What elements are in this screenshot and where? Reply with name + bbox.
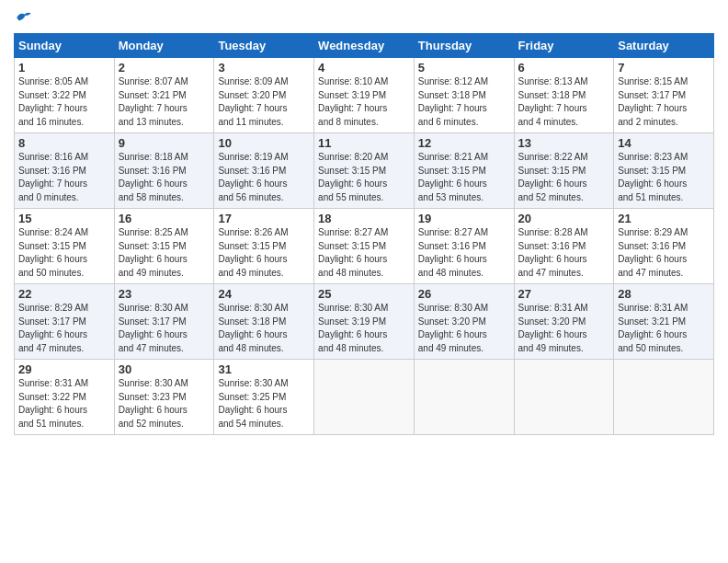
header — [14, 9, 714, 26]
day-info: Sunrise: 8:16 AM Sunset: 3:16 PM Dayligh… — [18, 151, 110, 204]
day-info: Sunrise: 8:09 AM Sunset: 3:20 PM Dayligh… — [218, 75, 310, 129]
calendar-cell: 17Sunrise: 8:26 AM Sunset: 3:15 PM Dayli… — [214, 209, 314, 284]
day-info: Sunrise: 8:22 AM Sunset: 3:15 PM Dayligh… — [518, 151, 610, 204]
day-header: Monday — [114, 34, 214, 58]
calendar-week-row: 29Sunrise: 8:31 AM Sunset: 3:22 PM Dayli… — [15, 360, 714, 435]
day-number: 31 — [218, 362, 310, 376]
day-info: Sunrise: 8:26 AM Sunset: 3:15 PM Dayligh… — [218, 226, 310, 280]
day-number: 13 — [518, 136, 610, 150]
calendar-cell: 21Sunrise: 8:29 AM Sunset: 3:16 PM Dayli… — [614, 209, 714, 284]
calendar-cell: 15Sunrise: 8:24 AM Sunset: 3:15 PM Dayli… — [15, 209, 115, 284]
day-header: Sunday — [15, 34, 115, 58]
calendar-cell: 11Sunrise: 8:20 AM Sunset: 3:15 PM Dayli… — [314, 133, 415, 209]
calendar-week-row: 8Sunrise: 8:16 AM Sunset: 3:16 PM Daylig… — [15, 133, 714, 209]
day-number: 30 — [119, 362, 210, 376]
day-info: Sunrise: 8:05 AM Sunset: 3:22 PM Dayligh… — [18, 75, 110, 129]
calendar-cell: 22Sunrise: 8:29 AM Sunset: 3:17 PM Dayli… — [15, 284, 115, 360]
page: SundayMondayTuesdayWednesdayThursdayFrid… — [0, 0, 728, 444]
calendar-cell: 5Sunrise: 8:12 AM Sunset: 3:18 PM Daylig… — [414, 58, 514, 133]
day-info: Sunrise: 8:23 AM Sunset: 3:15 PM Dayligh… — [618, 151, 710, 204]
day-number: 19 — [418, 212, 510, 225]
day-number: 7 — [618, 61, 710, 75]
calendar-cell: 26Sunrise: 8:30 AM Sunset: 3:20 PM Dayli… — [414, 284, 514, 360]
day-info: Sunrise: 8:19 AM Sunset: 3:16 PM Dayligh… — [218, 151, 310, 204]
day-info: Sunrise: 8:27 AM Sunset: 3:16 PM Dayligh… — [418, 226, 510, 280]
day-info: Sunrise: 8:27 AM Sunset: 3:15 PM Dayligh… — [318, 226, 410, 280]
day-info: Sunrise: 8:13 AM Sunset: 3:18 PM Dayligh… — [518, 75, 610, 129]
day-info: Sunrise: 8:31 AM Sunset: 3:22 PM Dayligh… — [18, 377, 110, 431]
day-number: 16 — [119, 212, 210, 225]
day-number: 2 — [119, 61, 210, 75]
day-info: Sunrise: 8:24 AM Sunset: 3:15 PM Dayligh… — [18, 226, 110, 280]
day-number: 11 — [318, 136, 410, 150]
calendar-week-row: 1Sunrise: 8:05 AM Sunset: 3:22 PM Daylig… — [15, 58, 714, 133]
calendar-cell: 12Sunrise: 8:21 AM Sunset: 3:15 PM Dayli… — [414, 133, 514, 209]
calendar-cell: 4Sunrise: 8:10 AM Sunset: 3:19 PM Daylig… — [314, 58, 415, 133]
day-info: Sunrise: 8:30 AM Sunset: 3:25 PM Dayligh… — [218, 377, 310, 431]
day-number: 29 — [18, 362, 110, 376]
calendar-cell: 24Sunrise: 8:30 AM Sunset: 3:18 PM Dayli… — [214, 284, 314, 360]
logo-bird-icon — [16, 9, 32, 26]
day-number: 9 — [119, 136, 210, 150]
day-number: 1 — [18, 61, 110, 75]
day-info: Sunrise: 8:15 AM Sunset: 3:17 PM Dayligh… — [618, 75, 710, 129]
calendar-cell: 10Sunrise: 8:19 AM Sunset: 3:16 PM Dayli… — [214, 133, 314, 209]
day-number: 10 — [218, 136, 310, 150]
day-info: Sunrise: 8:30 AM Sunset: 3:17 PM Dayligh… — [119, 302, 210, 355]
calendar-cell: 6Sunrise: 8:13 AM Sunset: 3:18 PM Daylig… — [514, 58, 614, 133]
day-number: 3 — [218, 61, 310, 75]
day-header: Thursday — [414, 34, 514, 58]
day-number: 5 — [418, 61, 510, 75]
calendar-cell: 8Sunrise: 8:16 AM Sunset: 3:16 PM Daylig… — [15, 133, 115, 209]
day-info: Sunrise: 8:30 AM Sunset: 3:20 PM Dayligh… — [418, 302, 510, 355]
day-number: 25 — [318, 287, 410, 301]
day-number: 26 — [418, 287, 510, 301]
calendar-cell: 25Sunrise: 8:30 AM Sunset: 3:19 PM Dayli… — [314, 284, 415, 360]
calendar-cell: 30Sunrise: 8:30 AM Sunset: 3:23 PM Dayli… — [114, 360, 214, 435]
calendar-week-row: 15Sunrise: 8:24 AM Sunset: 3:15 PM Dayli… — [15, 209, 714, 284]
calendar-cell: 28Sunrise: 8:31 AM Sunset: 3:21 PM Dayli… — [614, 284, 714, 360]
day-info: Sunrise: 8:29 AM Sunset: 3:16 PM Dayligh… — [618, 226, 710, 280]
day-info: Sunrise: 8:31 AM Sunset: 3:20 PM Dayligh… — [518, 302, 610, 355]
calendar-cell: 2Sunrise: 8:07 AM Sunset: 3:21 PM Daylig… — [114, 58, 214, 133]
day-number: 14 — [618, 136, 710, 150]
calendar-week-row: 22Sunrise: 8:29 AM Sunset: 3:17 PM Dayli… — [15, 284, 714, 360]
calendar-cell — [314, 360, 415, 435]
calendar-cell — [414, 360, 514, 435]
calendar-cell: 23Sunrise: 8:30 AM Sunset: 3:17 PM Dayli… — [114, 284, 214, 360]
day-number: 24 — [218, 287, 310, 301]
day-info: Sunrise: 8:07 AM Sunset: 3:21 PM Dayligh… — [119, 75, 210, 129]
day-info: Sunrise: 8:30 AM Sunset: 3:23 PM Dayligh… — [119, 377, 210, 431]
day-number: 8 — [18, 136, 110, 150]
calendar-table: SundayMondayTuesdayWednesdayThursdayFrid… — [14, 33, 714, 435]
day-header: Friday — [514, 34, 614, 58]
day-info: Sunrise: 8:18 AM Sunset: 3:16 PM Dayligh… — [119, 151, 210, 204]
day-info: Sunrise: 8:30 AM Sunset: 3:18 PM Dayligh… — [218, 302, 310, 355]
calendar-cell: 18Sunrise: 8:27 AM Sunset: 3:15 PM Dayli… — [314, 209, 415, 284]
calendar-cell: 29Sunrise: 8:31 AM Sunset: 3:22 PM Dayli… — [15, 360, 115, 435]
calendar-cell: 14Sunrise: 8:23 AM Sunset: 3:15 PM Dayli… — [614, 133, 714, 209]
day-number: 21 — [618, 212, 710, 225]
calendar-cell: 19Sunrise: 8:27 AM Sunset: 3:16 PM Dayli… — [414, 209, 514, 284]
day-number: 22 — [18, 287, 110, 301]
day-info: Sunrise: 8:21 AM Sunset: 3:15 PM Dayligh… — [418, 151, 510, 204]
day-header: Saturday — [614, 34, 714, 58]
header-row: SundayMondayTuesdayWednesdayThursdayFrid… — [15, 34, 714, 58]
day-number: 6 — [518, 61, 610, 75]
calendar-cell: 1Sunrise: 8:05 AM Sunset: 3:22 PM Daylig… — [15, 58, 115, 133]
day-info: Sunrise: 8:31 AM Sunset: 3:21 PM Dayligh… — [618, 302, 710, 355]
calendar-cell: 13Sunrise: 8:22 AM Sunset: 3:15 PM Dayli… — [514, 133, 614, 209]
calendar-cell: 16Sunrise: 8:25 AM Sunset: 3:15 PM Dayli… — [114, 209, 214, 284]
calendar-cell: 9Sunrise: 8:18 AM Sunset: 3:16 PM Daylig… — [114, 133, 214, 209]
day-number: 27 — [518, 287, 610, 301]
calendar-cell — [514, 360, 614, 435]
day-info: Sunrise: 8:10 AM Sunset: 3:19 PM Dayligh… — [318, 75, 410, 129]
logo — [14, 9, 32, 26]
calendar-cell: 20Sunrise: 8:28 AM Sunset: 3:16 PM Dayli… — [514, 209, 614, 284]
day-number: 15 — [18, 212, 110, 225]
day-number: 28 — [618, 287, 710, 301]
calendar-cell: 27Sunrise: 8:31 AM Sunset: 3:20 PM Dayli… — [514, 284, 614, 360]
calendar-cell: 7Sunrise: 8:15 AM Sunset: 3:17 PM Daylig… — [614, 58, 714, 133]
calendar-cell: 31Sunrise: 8:30 AM Sunset: 3:25 PM Dayli… — [214, 360, 314, 435]
calendar-cell: 3Sunrise: 8:09 AM Sunset: 3:20 PM Daylig… — [214, 58, 314, 133]
